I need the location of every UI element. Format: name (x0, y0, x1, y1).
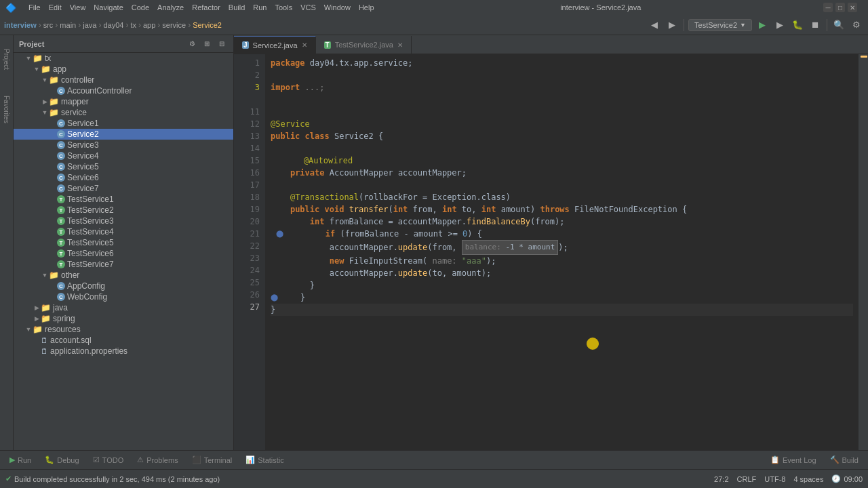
bottom-tab-build[interactable]: 🔨 Build (823, 453, 865, 467)
menu-window[interactable]: Window (320, 2, 355, 13)
sidebar-item-testservice1[interactable]: T TestService1 (14, 194, 233, 205)
sidebar-item-spring[interactable]: ▶ 📁 spring (14, 313, 233, 324)
sidebar-item-testservice5[interactable]: T TestService5 (14, 237, 233, 248)
run-config-label: TestService2 (694, 21, 737, 29)
sidebar-collapse-button[interactable]: ⊟ (216, 38, 228, 50)
breadcrumb-src[interactable]: src (43, 21, 54, 29)
breadcrumb-service[interactable]: service (162, 21, 186, 29)
menu-code[interactable]: Code (127, 2, 153, 13)
event-log-label: Event Log (783, 456, 816, 464)
sidebar-item-service6[interactable]: C Service6 (14, 172, 233, 183)
sidebar-item-webconfig[interactable]: C WebConfig (14, 291, 233, 302)
sidebar-item-application-props[interactable]: 🗒 application.properties (14, 346, 233, 357)
sidebar-item-service3[interactable]: C Service3 (14, 140, 233, 150)
nav-back-button[interactable]: ◀ (647, 18, 662, 33)
tab-service2[interactable]: J Service2.java ✕ (234, 36, 316, 54)
search-button[interactable]: 🔍 (831, 18, 846, 33)
sidebar-settings-button[interactable]: ⚙ (186, 38, 198, 50)
project-panel-tab[interactable]: Project (3, 49, 10, 70)
sidebar-item-service4[interactable]: C Service4 (14, 150, 233, 161)
status-clock: 🕗 09:00 (831, 474, 863, 483)
bottom-tabs: ▶ Run 🐛 Debug ☑ TODO ⚠ Problems ⬛ Termin… (0, 450, 868, 469)
menu-help[interactable]: Help (355, 2, 378, 13)
bottom-tab-event-log[interactable]: 📋 Event Log (764, 453, 823, 467)
sidebar-item-testservice6[interactable]: T TestService6 (14, 248, 233, 259)
status-indent[interactable]: 4 spaces (793, 475, 823, 483)
bottom-tab-statistic[interactable]: 📊 Statistic (239, 453, 291, 467)
sidebar-item-resources[interactable]: ▼ 📁 resources (14, 324, 233, 335)
sidebar-item-tx[interactable]: ▼ 📁 tx (14, 53, 233, 64)
menu-file[interactable]: File (24, 2, 45, 13)
bottom-tab-terminal[interactable]: ⬛ Terminal (185, 453, 239, 467)
bottom-tab-statistic-label: Statistic (258, 456, 284, 464)
sidebar-item-service7[interactable]: C Service7 (14, 183, 233, 194)
indent-label: 4 spaces (793, 475, 823, 483)
tab-close-service2[interactable]: ✕ (302, 41, 307, 49)
bottom-tab-run[interactable]: ▶ Run (3, 453, 38, 467)
sidebar-item-service5[interactable]: C Service5 (14, 161, 233, 172)
code-editor[interactable]: 1 2 3 11 12 13 14 15 16 17 18 19 20 21 2… (234, 54, 868, 450)
sidebar-item-app[interactable]: ▼ 📁 app (14, 64, 233, 75)
status-build-message[interactable]: ✔ Build completed successfully in 2 sec,… (5, 474, 220, 483)
menu-analyze[interactable]: Analyze (153, 2, 188, 13)
menu-run[interactable]: Run (249, 2, 271, 13)
encoding-label: UTF-8 (764, 475, 785, 483)
right-gutter (859, 54, 868, 450)
sidebar-item-mapper[interactable]: ▶ 📁 mapper (14, 96, 233, 107)
settings-button[interactable]: ⚙ (849, 18, 864, 33)
status-encoding[interactable]: UTF-8 (764, 475, 785, 483)
bottom-tab-problems[interactable]: ⚠ Problems (130, 453, 184, 467)
breadcrumb-main[interactable]: main (60, 21, 76, 29)
minimize-button[interactable]: ─ (823, 3, 833, 12)
menu-view[interactable]: View (66, 2, 90, 13)
sidebar-expand-button[interactable]: ⊞ (201, 38, 213, 50)
breadcrumb-service2[interactable]: Service2 (193, 21, 222, 29)
code-content[interactable]: package day04.tx.app.service; import ...… (265, 54, 859, 450)
java-class-icon: C (57, 282, 65, 290)
sidebar-item-testservice4[interactable]: T TestService4 (14, 226, 233, 237)
java-tab-icon: J (242, 41, 249, 49)
sidebar-item-account-sql[interactable]: 🗒 account.sql (14, 335, 233, 346)
run-config-selector[interactable]: TestService2 ▼ (688, 19, 752, 31)
breadcrumb-app[interactable]: app (143, 21, 155, 29)
sidebar-item-service2[interactable]: C Service2 (14, 129, 233, 140)
sidebar-item-other[interactable]: ▼ 📁 other (14, 270, 233, 281)
breadcrumb-day04[interactable]: day04 (103, 21, 123, 29)
project-name[interactable]: interview (4, 21, 37, 29)
close-button[interactable]: ✕ (848, 3, 857, 12)
sidebar-item-service1[interactable]: C Service1 (14, 118, 233, 129)
menu-build[interactable]: Build (224, 2, 249, 13)
sidebar-item-testservice2[interactable]: T TestService2 (14, 205, 233, 216)
status-position[interactable]: 27:2 (714, 475, 728, 483)
bottom-tab-todo[interactable]: ☑ TODO (86, 453, 131, 467)
menu-vcs[interactable]: VCS (296, 2, 320, 13)
stop-button[interactable]: ⏹ (808, 18, 823, 33)
sidebar-item-testservice7[interactable]: T TestService7 (14, 259, 233, 270)
nav-forward-button[interactable]: ▶ (665, 18, 679, 33)
sidebar-item-controller[interactable]: ▼ 📁 controller (14, 75, 233, 85)
menu-tools[interactable]: Tools (271, 2, 296, 13)
tab-testservice2[interactable]: T TestService2.java ✕ (316, 36, 412, 54)
menu-edit[interactable]: Edit (45, 2, 66, 13)
java-class-icon: C (57, 119, 65, 127)
coverage-button[interactable]: ▶ (772, 18, 787, 33)
sidebar-item-service[interactable]: ▼ 📁 service (14, 107, 233, 118)
todo-tab-icon: ☑ (93, 455, 100, 464)
sidebar-item-appconfig[interactable]: C AppConfig (14, 281, 233, 291)
bottom-tab-debug-label: Debug (57, 456, 79, 464)
tab-close-testservice2[interactable]: ✕ (397, 41, 403, 49)
sidebar-item-testservice3[interactable]: T TestService3 (14, 216, 233, 226)
props-file-icon: 🗒 (41, 347, 48, 355)
breadcrumb-tx[interactable]: tx (130, 21, 136, 29)
bottom-tab-debug[interactable]: 🐛 Debug (38, 453, 85, 467)
maximize-button[interactable]: □ (835, 3, 845, 12)
run-button[interactable]: ▶ (755, 18, 770, 33)
sidebar-item-account-controller[interactable]: C AccountController (14, 85, 233, 96)
menu-navigate[interactable]: Navigate (90, 2, 127, 13)
breadcrumb-java[interactable]: java (83, 21, 96, 29)
favorites-panel-tab[interactable]: Favorites (3, 96, 10, 123)
status-crlf[interactable]: CRLF (737, 475, 757, 483)
menu-refactor[interactable]: Refactor (188, 2, 224, 13)
sidebar-item-java[interactable]: ▶ 📁 java (14, 302, 233, 313)
debug-button[interactable]: 🐛 (790, 18, 805, 33)
